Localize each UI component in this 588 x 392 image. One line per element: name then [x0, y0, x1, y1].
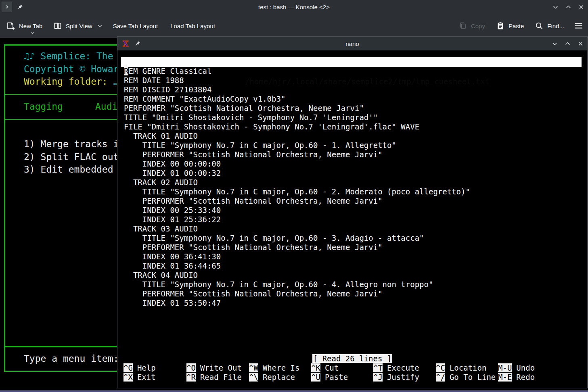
- window-controls: [552, 0, 585, 14]
- maximize-button[interactable]: [565, 3, 572, 10]
- paste-button[interactable]: Paste: [496, 17, 524, 35]
- nano-line: PERFORMER "Scottish National Orchestra, …: [124, 289, 470, 298]
- nano-line: INDEX 00 36:41:30: [124, 252, 470, 261]
- nano-shortcut-column: M-UUndo M-ERedo: [498, 363, 535, 382]
- nano-line: TRACK 02 AUDIO: [124, 178, 470, 187]
- nano-shortcut: ^CLocation: [436, 363, 496, 373]
- chevron-right-icon: [5, 5, 9, 9]
- minimize-button[interactable]: [551, 40, 558, 47]
- close-button[interactable]: [577, 40, 584, 47]
- nano-line: INDEX 00 25:33:40: [124, 206, 470, 215]
- nano-line: PERFORMER "Scottish National Orchestra, …: [124, 243, 470, 252]
- hamburger-menu-button[interactable]: [574, 17, 583, 35]
- load-tab-layout-label: Load Tab Layout: [170, 23, 215, 29]
- nano-line: TRACK 01 AUDIO: [124, 131, 470, 141]
- nano-shortcut: ^GHelp: [123, 363, 156, 373]
- pin-icon[interactable]: [17, 4, 23, 10]
- chevron-up-icon: [565, 41, 571, 47]
- menu-item: 2) Split FLAC out: [24, 151, 117, 163]
- nano-line: TRACK 04 AUDIO: [124, 271, 470, 280]
- split-view-button[interactable]: Split View: [53, 17, 102, 35]
- save-tab-layout-label: Save Tab Layout: [113, 23, 158, 29]
- semplice-terminal[interactable]: ♫♪ Semplice: The Copyright © Howar Worki…: [0, 38, 117, 392]
- nano-line: INDEX 01 00:00:32: [124, 169, 470, 178]
- nano-titlebar: X nano: [117, 37, 587, 50]
- nano-shortcut: ^TExecute: [373, 363, 419, 373]
- nano-line: REM GENRE Classical: [124, 67, 470, 76]
- minimize-button[interactable]: [552, 3, 559, 10]
- pin-icon[interactable]: [134, 41, 140, 47]
- find-label: Find...: [547, 23, 564, 29]
- nano-line: REM DATE 1988: [124, 76, 470, 85]
- chevron-up-icon: [565, 4, 571, 10]
- box-border: [4, 371, 117, 372]
- nano-shortcut: ^UPaste: [311, 373, 348, 382]
- window-bottom-edge: [0, 390, 588, 392]
- nano-status-message: [ Read 26 lines ]: [312, 354, 392, 363]
- menu-tab-tagging: Tagging: [24, 100, 63, 113]
- menu-prompt: Type a menu item:: [24, 352, 117, 365]
- close-button[interactable]: [578, 3, 585, 10]
- copy-button[interactable]: Copy: [458, 17, 485, 35]
- toolbar-expand-button[interactable]: [2, 2, 12, 12]
- nano-shortcut: ^\Replace: [249, 373, 299, 382]
- find-button[interactable]: Find...: [535, 17, 564, 35]
- nano-line: TITLE "Symphony No.7 in C major, Op.60 -…: [124, 234, 470, 243]
- chevron-down-icon: [552, 41, 558, 47]
- nano-shortcut: ^KCut: [311, 363, 348, 373]
- nano-line: TITLE "Symphony No.7 in C major, Op.60 -…: [124, 141, 470, 150]
- nano-window: X nano: [117, 36, 588, 388]
- copy-label: Copy: [471, 23, 485, 29]
- nano-line: REM COMMENT "ExactAudioCopy v1.0b3": [124, 94, 470, 104]
- copy-icon: [458, 21, 467, 30]
- nano-shortcut-column: ^GHelp ^XExit: [123, 363, 156, 382]
- new-tab-icon: [6, 21, 15, 31]
- nano-buffer: REM GENRE Classical REM DATE 1988 REM DI…: [124, 67, 470, 308]
- box-border: [4, 44, 117, 46]
- nano-line: TITLE "Dmitri Shostakovich - Symphony No…: [124, 113, 470, 122]
- nano-window-controls: [551, 37, 584, 50]
- new-tab-label: New Tab: [19, 23, 42, 29]
- search-icon: [535, 21, 544, 30]
- nano-line: INDEX 01 36:44:65: [124, 261, 470, 271]
- nano-shortcut: M-ERedo: [498, 373, 535, 382]
- maximize-button[interactable]: [564, 40, 571, 47]
- nano-shortcut: ^WWhere Is: [249, 363, 299, 373]
- nano-line: TITLE "Symphony No.7 in C major, Op.60 -…: [124, 187, 470, 196]
- nano-shortcut-column: ^OWrite Out ^RRead File: [186, 363, 242, 382]
- svg-text:X: X: [123, 40, 129, 48]
- nano-line: REM DISCID 27103804: [124, 85, 470, 94]
- paste-label: Paste: [508, 23, 524, 29]
- nano-text-area[interactable]: GNU nano 7.2 /home/hjr/.local/share/semp…: [117, 50, 587, 388]
- new-tab-dropdown-icon[interactable]: [31, 32, 34, 34]
- box-border: [4, 44, 5, 372]
- nano-line: PERFORMER "Scottish National Orchestra, …: [124, 196, 470, 206]
- load-tab-layout-button[interactable]: Load Tab Layout: [170, 17, 215, 35]
- nano-shortcut: ^/Go To Line: [436, 373, 496, 382]
- nano-shortcut: ^RRead File: [186, 373, 242, 382]
- nano-shortcut-column: ^WWhere Is ^\Replace: [249, 363, 299, 382]
- split-view-label: Split View: [66, 23, 92, 29]
- box-border: [4, 346, 117, 347]
- nano-line: TRACK 03 AUDIO: [124, 224, 470, 234]
- xterm-icon: X: [121, 40, 130, 48]
- chevron-down-icon: [552, 4, 559, 10]
- save-tab-layout-button[interactable]: Save Tab Layout: [113, 17, 158, 35]
- screen: test : bash — Konsole <2>: [0, 0, 588, 392]
- menu-item: 1) Merge tracks i: [24, 138, 117, 150]
- nano-window-title: nano: [117, 40, 587, 47]
- paste-icon: [496, 21, 505, 30]
- nano-line: INDEX 01 25:36:22: [124, 215, 470, 224]
- nano-header-bar: GNU nano 7.2 /home/hjr/.local/share/semp…: [121, 57, 582, 67]
- split-view-dropdown-icon[interactable]: [98, 25, 102, 27]
- box-border: [4, 94, 117, 95]
- semplice-working-folder-line: Working folder: …: [24, 75, 117, 88]
- close-icon: [578, 41, 584, 47]
- new-tab-button[interactable]: New Tab: [6, 17, 42, 35]
- nano-shortcut: M-UUndo: [498, 363, 535, 373]
- nano-shortcut: ^OWrite Out: [186, 363, 242, 373]
- nano-shortcut: ^JJustify: [373, 373, 419, 382]
- semplice-copyright-line: Copyright © Howar: [24, 63, 117, 75]
- window-title: test : bash — Konsole <2>: [0, 4, 588, 10]
- hamburger-icon: [574, 21, 583, 30]
